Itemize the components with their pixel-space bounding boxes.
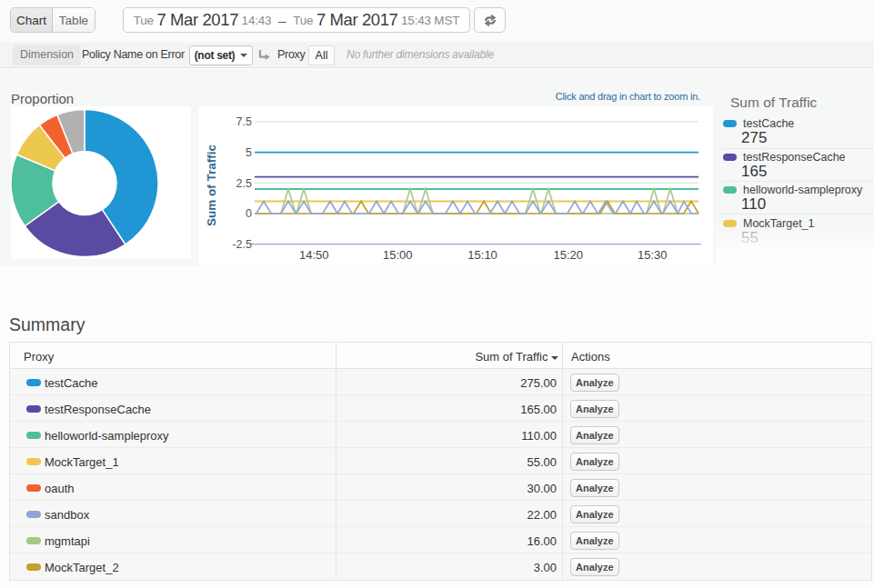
svg-text:14:50: 14:50	[299, 248, 329, 262]
svg-text:2.5: 2.5	[236, 177, 252, 190]
svg-text:15:00: 15:00	[383, 248, 413, 262]
svg-text:5: 5	[246, 146, 252, 159]
svg-text:0: 0	[246, 207, 252, 220]
svg-text:7.5: 7.5	[236, 115, 252, 128]
svg-text:15:10: 15:10	[467, 248, 497, 262]
svg-text:15:30: 15:30	[638, 248, 668, 262]
svg-text:-2.5: -2.5	[232, 238, 252, 251]
svg-text:15:20: 15:20	[553, 248, 583, 262]
